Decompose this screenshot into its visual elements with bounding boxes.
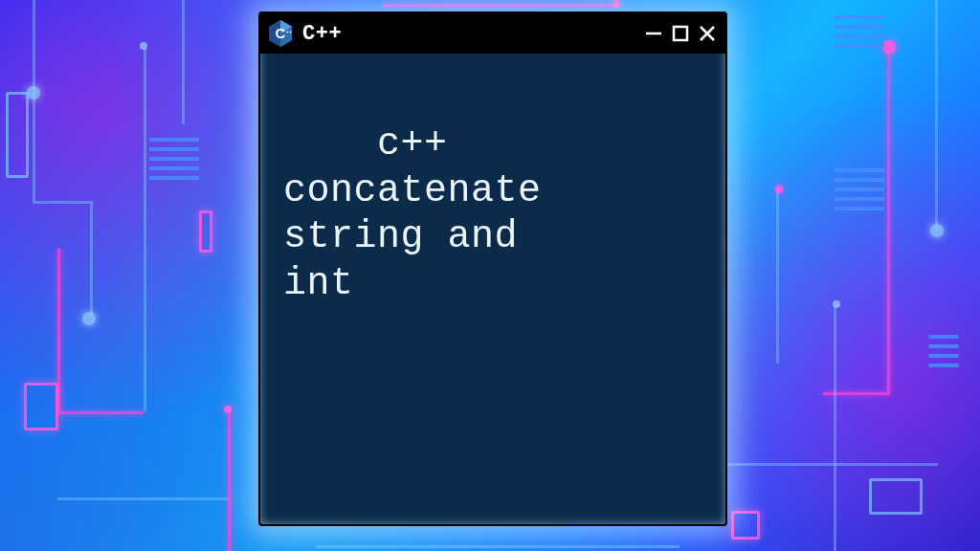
svg-text:C: C: [275, 25, 285, 41]
svg-text:+: +: [286, 30, 289, 34]
cpp-logo-icon: C + +: [268, 19, 293, 48]
svg-rect-7: [674, 27, 687, 40]
maximize-button[interactable]: [672, 25, 689, 42]
titlebar: C + + C++: [260, 13, 725, 54]
terminal-text: c++ concatenate string and int: [283, 122, 542, 305]
minimize-button[interactable]: [645, 25, 662, 42]
close-button[interactable]: [699, 25, 716, 42]
terminal-window: C + + C++ c++ concatenate string and int: [258, 11, 727, 526]
terminal-body: c++ concatenate string and int: [260, 54, 725, 524]
svg-text:+: +: [289, 30, 292, 34]
window-title: C++: [302, 22, 342, 46]
